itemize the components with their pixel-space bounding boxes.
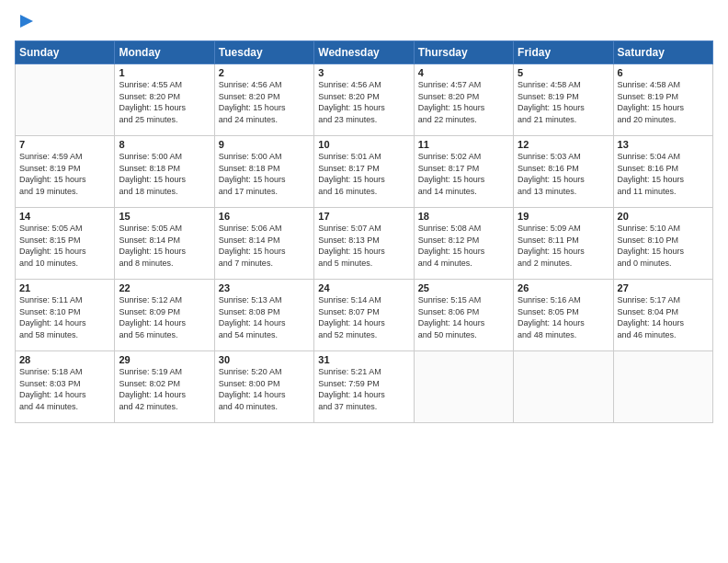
day-number: 28 [19,354,110,365]
svg-marker-0 [20,15,33,28]
calendar-cell: 31Sunrise: 5:21 AM Sunset: 7:59 PM Dayli… [314,351,414,423]
calendar-cell: 30Sunrise: 5:20 AM Sunset: 8:00 PM Dayli… [214,351,313,423]
calendar-cell: 16Sunrise: 5:06 AM Sunset: 8:14 PM Dayli… [214,208,313,280]
page: SundayMondayTuesdayWednesdayThursdayFrid… [0,0,728,563]
logo [15,11,37,33]
day-number: 3 [318,67,409,78]
calendar-week-0: 1Sunrise: 4:55 AM Sunset: 8:20 PM Daylig… [16,64,713,136]
day-info: Sunrise: 4:57 AM Sunset: 8:20 PM Dayligh… [418,79,509,125]
calendar-cell [414,351,513,423]
calendar-header-row: SundayMondayTuesdayWednesdayThursdayFrid… [16,41,713,64]
day-info: Sunrise: 5:13 AM Sunset: 8:08 PM Dayligh… [219,294,310,340]
calendar-cell: 1Sunrise: 4:55 AM Sunset: 8:20 PM Daylig… [115,64,214,136]
calendar-cell: 20Sunrise: 5:10 AM Sunset: 8:10 PM Dayli… [613,208,712,280]
header [15,11,713,33]
day-info: Sunrise: 5:03 AM Sunset: 8:16 PM Dayligh… [518,151,609,197]
day-info: Sunrise: 4:55 AM Sunset: 8:20 PM Dayligh… [119,79,210,125]
day-number: 15 [119,211,210,222]
calendar-cell: 22Sunrise: 5:12 AM Sunset: 8:09 PM Dayli… [115,280,214,351]
day-info: Sunrise: 5:14 AM Sunset: 8:07 PM Dayligh… [318,294,409,340]
day-number: 4 [418,67,509,78]
day-number: 29 [119,354,210,365]
calendar-cell: 15Sunrise: 5:05 AM Sunset: 8:14 PM Dayli… [115,208,214,280]
calendar-cell: 19Sunrise: 5:09 AM Sunset: 8:11 PM Dayli… [514,208,613,280]
day-number: 13 [618,139,709,150]
day-info: Sunrise: 4:56 AM Sunset: 8:20 PM Dayligh… [318,79,409,125]
day-info: Sunrise: 5:11 AM Sunset: 8:10 PM Dayligh… [19,294,110,340]
day-header-sunday: Sunday [16,41,115,64]
day-number: 8 [119,139,210,150]
day-info: Sunrise: 5:06 AM Sunset: 8:14 PM Dayligh… [219,223,310,269]
calendar-cell: 28Sunrise: 5:18 AM Sunset: 8:03 PM Dayli… [16,351,115,423]
day-header-saturday: Saturday [613,41,712,64]
day-header-wednesday: Wednesday [314,41,414,64]
calendar-cell: 2Sunrise: 4:56 AM Sunset: 8:20 PM Daylig… [214,64,313,136]
day-number: 9 [219,139,310,150]
day-info: Sunrise: 5:12 AM Sunset: 8:09 PM Dayligh… [119,294,210,340]
logo-general [15,11,37,33]
day-number: 2 [219,67,310,78]
day-number: 21 [19,282,110,293]
day-info: Sunrise: 5:00 AM Sunset: 8:18 PM Dayligh… [219,151,310,197]
day-info: Sunrise: 5:04 AM Sunset: 8:16 PM Dayligh… [618,151,709,197]
calendar-table: SundayMondayTuesdayWednesdayThursdayFrid… [15,40,713,423]
calendar-cell: 8Sunrise: 5:00 AM Sunset: 8:18 PM Daylig… [115,136,214,208]
calendar-cell [16,64,115,136]
day-number: 14 [19,211,110,222]
day-info: Sunrise: 4:58 AM Sunset: 8:19 PM Dayligh… [618,79,709,125]
day-number: 31 [318,354,409,365]
day-info: Sunrise: 4:58 AM Sunset: 8:19 PM Dayligh… [518,79,609,125]
day-info: Sunrise: 5:00 AM Sunset: 8:18 PM Dayligh… [119,151,210,197]
day-header-tuesday: Tuesday [214,41,313,64]
day-number: 1 [119,67,210,78]
calendar-cell: 23Sunrise: 5:13 AM Sunset: 8:08 PM Dayli… [214,280,313,351]
day-info: Sunrise: 5:01 AM Sunset: 8:17 PM Dayligh… [318,151,409,197]
calendar-cell: 14Sunrise: 5:05 AM Sunset: 8:15 PM Dayli… [16,208,115,280]
calendar-week-4: 28Sunrise: 5:18 AM Sunset: 8:03 PM Dayli… [16,351,713,423]
calendar-cell: 25Sunrise: 5:15 AM Sunset: 8:06 PM Dayli… [414,280,513,351]
day-number: 18 [418,211,509,222]
day-number: 26 [518,282,609,293]
day-number: 12 [518,139,609,150]
calendar-cell: 21Sunrise: 5:11 AM Sunset: 8:10 PM Dayli… [16,280,115,351]
day-number: 11 [418,139,509,150]
day-number: 6 [618,67,709,78]
day-info: Sunrise: 5:17 AM Sunset: 8:04 PM Dayligh… [618,294,709,340]
calendar-cell: 26Sunrise: 5:16 AM Sunset: 8:05 PM Dayli… [514,280,613,351]
calendar-week-2: 14Sunrise: 5:05 AM Sunset: 8:15 PM Dayli… [16,208,713,280]
day-info: Sunrise: 5:10 AM Sunset: 8:10 PM Dayligh… [618,223,709,269]
day-info: Sunrise: 5:05 AM Sunset: 8:15 PM Dayligh… [19,223,110,269]
calendar-cell [514,351,613,423]
calendar-cell: 3Sunrise: 4:56 AM Sunset: 8:20 PM Daylig… [314,64,414,136]
calendar-cell: 7Sunrise: 4:59 AM Sunset: 8:19 PM Daylig… [16,136,115,208]
day-info: Sunrise: 4:56 AM Sunset: 8:20 PM Dayligh… [219,79,310,125]
day-info: Sunrise: 5:18 AM Sunset: 8:03 PM Dayligh… [19,366,110,412]
day-number: 17 [318,211,409,222]
day-number: 22 [119,282,210,293]
logo-arrow-icon [17,11,37,31]
day-number: 27 [618,282,709,293]
day-info: Sunrise: 5:20 AM Sunset: 8:00 PM Dayligh… [219,366,310,412]
calendar-cell: 11Sunrise: 5:02 AM Sunset: 8:17 PM Dayli… [414,136,513,208]
calendar-cell: 27Sunrise: 5:17 AM Sunset: 8:04 PM Dayli… [613,280,712,351]
day-number: 16 [219,211,310,222]
calendar-cell: 13Sunrise: 5:04 AM Sunset: 8:16 PM Dayli… [613,136,712,208]
calendar-week-1: 7Sunrise: 4:59 AM Sunset: 8:19 PM Daylig… [16,136,713,208]
day-number: 25 [418,282,509,293]
calendar-cell: 6Sunrise: 4:58 AM Sunset: 8:19 PM Daylig… [613,64,712,136]
day-info: Sunrise: 5:16 AM Sunset: 8:05 PM Dayligh… [518,294,609,340]
day-number: 5 [518,67,609,78]
day-info: Sunrise: 5:19 AM Sunset: 8:02 PM Dayligh… [119,366,210,412]
calendar-cell: 12Sunrise: 5:03 AM Sunset: 8:16 PM Dayli… [514,136,613,208]
day-info: Sunrise: 5:09 AM Sunset: 8:11 PM Dayligh… [518,223,609,269]
calendar-cell: 5Sunrise: 4:58 AM Sunset: 8:19 PM Daylig… [514,64,613,136]
day-info: Sunrise: 5:21 AM Sunset: 7:59 PM Dayligh… [318,366,409,412]
calendar-cell: 4Sunrise: 4:57 AM Sunset: 8:20 PM Daylig… [414,64,513,136]
day-number: 24 [318,282,409,293]
day-number: 10 [318,139,409,150]
day-number: 19 [518,211,609,222]
day-header-thursday: Thursday [414,41,513,64]
calendar-cell: 18Sunrise: 5:08 AM Sunset: 8:12 PM Dayli… [414,208,513,280]
calendar-cell: 29Sunrise: 5:19 AM Sunset: 8:02 PM Dayli… [115,351,214,423]
calendar-week-3: 21Sunrise: 5:11 AM Sunset: 8:10 PM Dayli… [16,280,713,351]
